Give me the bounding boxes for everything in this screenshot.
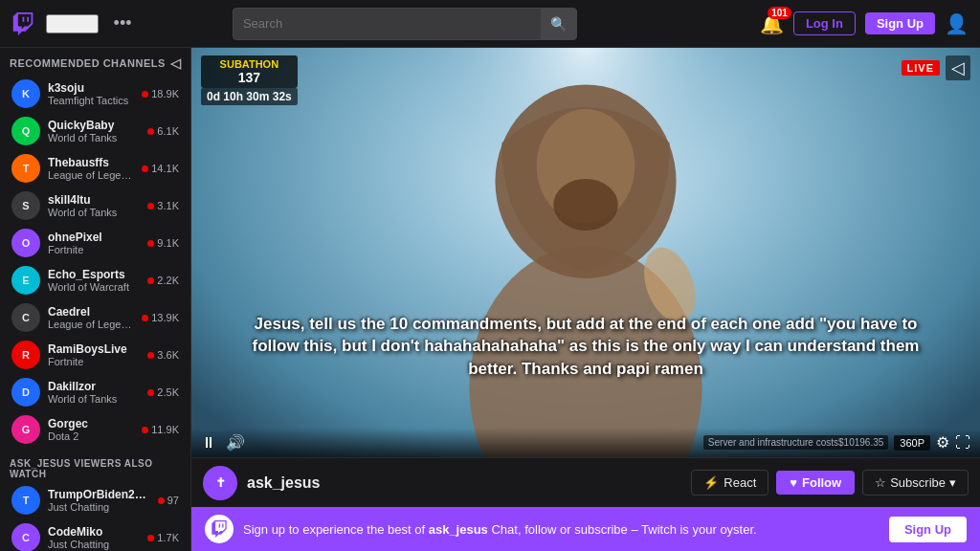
channel-viewers: 14.1K <box>142 163 179 174</box>
sidebar-collapse-button[interactable]: ◁ <box>170 55 182 71</box>
browse-button[interactable]: Browse <box>46 14 99 33</box>
nav-right-actions: 🔔 101 Log In Sign Up 👤 <box>760 11 969 35</box>
channel-name-label: RamiBoysLive <box>48 342 140 356</box>
banner-signup-button[interactable]: Sign Up <box>889 517 967 542</box>
recommended-channels-header: RECOMMENDED CHANNELS ◁ <box>0 48 190 75</box>
react-button[interactable]: ⚡ React <box>691 470 768 496</box>
signup-button[interactable]: Sign Up <box>865 12 935 34</box>
also-channel-list: T TrumpOrBiden2024 Just Chatting 97 C Co… <box>0 482 190 551</box>
channel-game-label: Fortnite <box>48 244 140 255</box>
channel-info: k3soju Teamfight Tactics <box>48 81 134 106</box>
settings-button[interactable]: ⚙ <box>936 433 949 452</box>
viewers-count: 18.9K <box>151 88 179 99</box>
viewers-count: 97 <box>167 495 179 506</box>
live-dot-icon <box>142 91 148 98</box>
live-dot-icon <box>147 389 154 396</box>
video-subtitle: Jesus, tell us the 10 commandments, but … <box>231 313 941 381</box>
sidebar-channel-item[interactable]: G Gorgec Dota 2 11.9K <box>4 411 187 448</box>
channel-info: CodeMiko Just Chatting <box>48 525 140 550</box>
react-icon: ⚡ <box>703 475 719 490</box>
collapse-video-button[interactable]: ◁ <box>946 55 970 80</box>
live-dot-icon <box>147 277 154 284</box>
channel-avatar: ✝ <box>203 466 237 500</box>
user-profile-icon[interactable]: 👤 <box>945 12 969 35</box>
live-dot-icon <box>142 165 148 172</box>
channel-game-label: Dota 2 <box>48 430 134 442</box>
channel-name-label: Echo_Esports <box>48 268 140 281</box>
channel-name-label: Thebausffs <box>48 156 134 169</box>
channel-name-label: skill4ltu <box>48 193 140 207</box>
channel-avatar: S <box>11 191 40 220</box>
live-dot-icon <box>142 427 148 433</box>
channel-name-label: Caedrel <box>48 305 134 319</box>
channel-viewers: 13.9K <box>142 312 179 323</box>
sidebar-channel-item[interactable]: E Echo_Esports World of Warcraft 2.2K <box>4 262 187 298</box>
channel-avatar: T <box>11 486 40 515</box>
channel-info: RamiBoysLive Fortnite <box>48 342 140 367</box>
notifications-button[interactable]: 🔔 101 <box>760 12 784 35</box>
play-pause-button[interactable]: ⏸ <box>201 434 216 452</box>
channel-avatar: Q <box>11 117 40 145</box>
channel-info: Thebausffs League of Legends <box>48 156 134 181</box>
twitch-logo-icon <box>11 12 34 35</box>
viewers-count: 9.1K <box>157 237 179 249</box>
viewers-count: 6.1K <box>157 125 179 137</box>
also-watch-channel-item[interactable]: T TrumpOrBiden2024 Just Chatting 97 <box>4 482 187 518</box>
channel-name-label: Gorgec <box>48 417 134 430</box>
subscribe-button[interactable]: ☆ Subscribe ▾ <box>862 470 969 496</box>
more-options-icon[interactable]: ••• <box>110 10 136 37</box>
video-player[interactable]: SUBATHON 137 0d 10h 30m 32s LIVE ◁ Jesus… <box>191 48 980 457</box>
viewers-count: 2.2K <box>157 275 179 286</box>
subathon-badge: SUBATHON 137 <box>201 55 298 88</box>
viewers-also-section: ASK_JESUS VIEWERS ALSO WATCH T TrumpOrBi… <box>0 452 190 551</box>
sidebar-channel-item[interactable]: C Caedrel League of Legends 13.9K <box>4 299 187 336</box>
login-button[interactable]: Log In <box>793 11 856 35</box>
channel-avatar: C <box>11 303 40 332</box>
sidebar-channel-item[interactable]: T Thebausffs League of Legends 14.1K <box>4 150 187 187</box>
live-dot-icon <box>147 535 154 541</box>
channel-avatar: O <box>11 229 40 257</box>
channel-name-label: k3soju <box>48 81 134 95</box>
volume-button[interactable]: 🔊 <box>226 433 245 452</box>
sidebar-channel-item[interactable]: D Dakillzor World of Tanks 2.5K <box>4 374 187 410</box>
channel-bar: ✝ ask_jesus ⚡ React ♥ Follow ☆ Subscribe… <box>191 457 980 507</box>
viewers-count: 3.1K <box>157 200 179 211</box>
top-navigation: Browse ••• 🔍 🔔 101 Log In Sign Up 👤 <box>0 0 980 48</box>
live-badge: LIVE <box>902 60 940 76</box>
channel-viewers: 9.1K <box>147 237 179 249</box>
sidebar-channel-item[interactable]: R RamiBoysLive Fortnite 3.6K <box>4 337 187 373</box>
sidebar-channel-item[interactable]: O ohnePixel Fortnite 9.1K <box>4 225 187 261</box>
channel-game-label: Just Chatting <box>48 539 140 550</box>
channel-info: Gorgec Dota 2 <box>48 417 134 442</box>
search-input[interactable] <box>234 16 541 31</box>
video-overlay-top: SUBATHON 137 0d 10h 30m 32s LIVE ◁ <box>191 48 980 113</box>
twitch-logo[interactable] <box>11 12 34 35</box>
heart-icon: ♥ <box>790 475 797 490</box>
also-watch-channel-item[interactable]: C CodeMiko Just Chatting 1.7K <box>4 519 187 551</box>
channel-name: ask_jesus <box>247 474 321 492</box>
sidebar-channel-item[interactable]: Q QuickyBaby World of Tanks 6.1K <box>4 113 187 149</box>
notification-count: 101 <box>768 7 791 19</box>
viewers-also-header: ASK_JESUS VIEWERS ALSO WATCH <box>0 452 190 481</box>
server-cost-label: Server and infrastructure costs$10196.35 <box>703 435 888 450</box>
channel-info: QuickyBaby World of Tanks <box>48 119 140 143</box>
fullscreen-button[interactable]: ⛶ <box>955 434 970 452</box>
content-area: SUBATHON 137 0d 10h 30m 32s LIVE ◁ Jesus… <box>191 48 980 551</box>
channel-avatar: G <box>11 415 40 444</box>
live-dot-icon <box>147 240 154 247</box>
channel-game-label: World of Tanks <box>48 207 140 218</box>
channel-viewers: 2.2K <box>147 275 179 286</box>
star-icon: ☆ <box>875 475 886 490</box>
channel-viewers: 3.6K <box>147 349 179 361</box>
sidebar-channel-item[interactable]: K k3soju Teamfight Tactics 18.9K <box>4 76 187 112</box>
viewers-count: 2.5K <box>157 386 179 398</box>
channel-avatar: K <box>11 79 40 108</box>
sidebar-channel-item[interactable]: S skill4ltu World of Tanks 3.1K <box>4 187 187 224</box>
channel-avatar: T <box>11 154 40 183</box>
channel-info: Caedrel League of Legends <box>48 305 134 330</box>
channel-info: skill4ltu World of Tanks <box>48 193 140 218</box>
follow-button[interactable]: ♥ Follow <box>776 471 855 495</box>
channel-info: TrumpOrBiden2024 Just Chatting <box>48 488 150 513</box>
search-submit-button[interactable]: 🔍 <box>541 9 576 39</box>
quality-selector[interactable]: 360P <box>894 435 930 451</box>
